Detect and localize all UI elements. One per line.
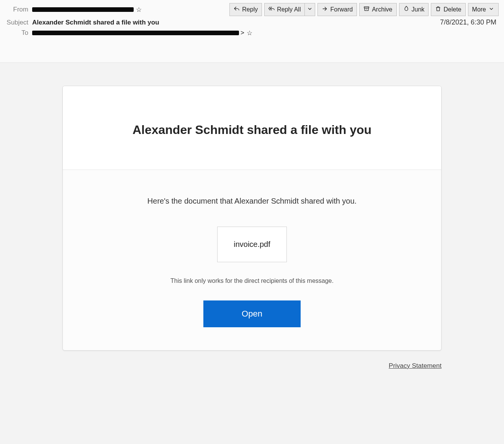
junk-label: Junk [412,6,425,13]
from-field-block: From ☆ [5,3,166,16]
junk-icon [403,6,409,13]
file-attachment[interactable]: invoice.pdf [217,227,287,262]
delete-button[interactable]: Delete [431,3,465,16]
open-button[interactable]: Open [203,300,301,327]
reply-all-group: Reply All [264,3,315,16]
star-icon[interactable]: ☆ [247,30,252,36]
sharing-card: Alexander Schmidt shared a file with you… [62,86,442,351]
archive-icon [363,6,370,13]
message-date: 7/8/2021, 6:30 PM [440,18,499,26]
open-button-label: Open [242,309,262,318]
delete-icon [435,6,441,13]
card-title: Alexander Schmidt shared a file with you [74,121,430,139]
to-redacted [32,31,239,35]
subject-label: Subject [5,19,32,26]
more-button[interactable]: More [468,3,499,16]
delete-label: Delete [443,6,461,13]
archive-label: Archive [372,6,392,13]
chevron-down-icon [307,6,313,13]
card-header: Alexander Schmidt shared a file with you [63,86,441,170]
reply-label: Reply [242,6,258,13]
subject-row: Subject Alexander Schmidt shared a file … [5,18,499,26]
reply-all-icon [268,6,275,13]
card-body: Here's the document that Alexander Schmi… [63,170,441,350]
privacy-link[interactable]: Privacy Statement [389,362,442,369]
forward-icon [322,6,328,13]
forward-label: Forward [330,6,353,13]
subject-value: Alexander Schmidt shared a file with you [32,19,159,26]
privacy-row: Privacy Statement [62,362,442,370]
message-header-pane: From ☆ Reply Reply All [0,0,504,63]
from-value: ☆ [32,7,142,13]
to-label: To [5,29,32,37]
chevron-down-icon [488,6,494,13]
header-top-row: From ☆ Reply Reply All [5,3,499,16]
forward-button[interactable]: Forward [317,3,357,16]
reply-icon [234,6,240,13]
junk-button[interactable]: Junk [399,3,429,16]
reply-all-dropdown[interactable] [304,3,315,16]
reply-all-label: Reply All [277,6,301,13]
star-icon[interactable]: ☆ [136,7,142,13]
recipient-note: This link only works for the direct reci… [74,278,430,284]
archive-button[interactable]: Archive [359,3,396,16]
reply-button[interactable]: Reply [229,3,262,16]
from-redacted [32,7,134,12]
reply-all-button[interactable]: Reply All [264,3,304,16]
share-intro: Here's the document that Alexander Schmi… [74,197,430,206]
from-row: From ☆ [5,4,166,15]
message-toolbar: Reply Reply All F [229,3,499,16]
more-label: More [472,6,486,13]
to-value: > ☆ [32,29,252,37]
file-name: invoice.pdf [234,240,270,248]
to-suffix: > [241,29,244,37]
to-row: To > ☆ [5,27,499,39]
from-label: From [5,6,32,13]
message-body-pane: Alexander Schmidt shared a file with you… [0,63,504,385]
svg-rect-0 [364,7,369,8]
